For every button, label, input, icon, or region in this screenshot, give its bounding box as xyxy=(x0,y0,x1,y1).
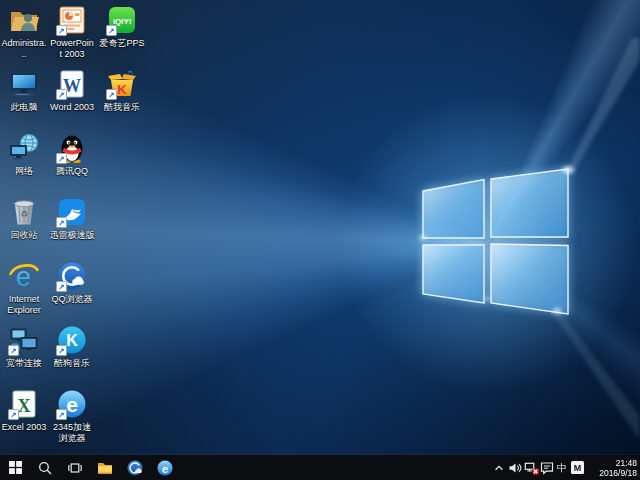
thunder-bird-icon: ↗ xyxy=(56,196,88,228)
desktop-icon-label: 迅雷极速版 xyxy=(50,230,95,241)
action-center-icon xyxy=(540,461,554,475)
task-view-button[interactable] xyxy=(60,455,90,480)
shortcut-arrow-icon: ↗ xyxy=(56,153,67,164)
desktop-icon-label: 宽带连接 xyxy=(6,358,42,369)
browser-2345-icon: e ↗ xyxy=(56,388,88,420)
hidden-icons-chevron[interactable] xyxy=(491,455,507,480)
network-error-icon xyxy=(524,461,539,475)
desktop-icon-label: Excel 2003 xyxy=(2,422,47,433)
desktop-icon-2345-browser[interactable]: e ↗ 2345加速浏览器 xyxy=(49,388,95,443)
chevron-up-icon xyxy=(493,462,505,474)
clock-time: 21:48 xyxy=(589,458,637,468)
desktop-icon-label: 网络 xyxy=(15,166,33,177)
broadband-connection-icon: ↗ xyxy=(8,324,40,356)
start-button[interactable] xyxy=(0,455,30,480)
shortcut-arrow-icon: ↗ xyxy=(56,217,67,228)
shortcut-arrow-icon: ↗ xyxy=(8,345,19,356)
desktop-icon-iqiyi-pps[interactable]: iQIYI ↗ 爱奇艺PPS xyxy=(99,4,145,49)
taskbar: e xyxy=(0,455,640,480)
network-disconnected-tray-icon[interactable] xyxy=(523,455,539,480)
windows-logo-wallpaper xyxy=(0,0,640,455)
shortcut-arrow-icon: ↗ xyxy=(8,409,19,420)
ie-logo-icon: e xyxy=(8,260,40,292)
desktop-icon-label: 腾讯QQ xyxy=(56,166,88,177)
desktop-icon-powerpoint-2003[interactable]: ↗ PowerPoint 2003 xyxy=(49,4,95,59)
shortcut-arrow-icon: ↗ xyxy=(56,345,67,356)
desktop-icon-excel-2003[interactable]: X ↗ Excel 2003 xyxy=(1,388,47,433)
desktop-icon-label: 酷狗音乐 xyxy=(54,358,90,369)
recycle-bin-icon: ♻ xyxy=(8,196,40,228)
svg-text:e: e xyxy=(162,461,169,475)
desktop-icon-this-pc[interactable]: 此电脑 xyxy=(1,68,47,113)
desktop-icon-qq-browser[interactable]: ↗ QQ浏览器 xyxy=(49,260,95,305)
system-tray: 中 M 21:48 2016/9/18 xyxy=(491,455,640,480)
desktop-icon-label: QQ浏览器 xyxy=(51,294,92,305)
shortcut-arrow-icon: ↗ xyxy=(56,25,67,36)
kuwo-music-icon: ♫ K ↗ xyxy=(106,68,138,100)
action-center-tray-icon[interactable] xyxy=(539,455,555,480)
input-language-indicator[interactable]: 中 xyxy=(555,461,569,475)
desktop-icon-label: Word 2003 xyxy=(50,102,94,113)
qq-browser-taskbar-button[interactable] xyxy=(120,455,150,480)
svg-text:e: e xyxy=(66,393,78,416)
search-icon xyxy=(38,461,52,475)
desktop-icon-word-2003[interactable]: W ↗ Word 2003 xyxy=(49,68,95,113)
desktop-icon-kuwo-music[interactable]: ♫ K ↗ 酷我音乐 xyxy=(99,68,145,113)
file-explorer-icon xyxy=(97,461,113,475)
this-pc-icon xyxy=(8,68,40,100)
windows-desktop: Administra... ↗ PowerPoint 2003 iQIYI ↗ xyxy=(0,0,640,480)
browser-2345-icon: e xyxy=(156,459,174,477)
desktop-icon-label: 2345加速浏览器 xyxy=(49,422,95,443)
desktop-icon-label: 酷我音乐 xyxy=(104,102,140,113)
desktop-icon-internet-explorer[interactable]: e Internet Explorer xyxy=(1,260,47,315)
excel-icon: X ↗ xyxy=(8,388,40,420)
2345-browser-taskbar-button[interactable]: e xyxy=(150,455,180,480)
ime-mode-badge[interactable]: M xyxy=(571,461,584,474)
desktop-wallpaper xyxy=(0,0,640,455)
file-explorer-button[interactable] xyxy=(90,455,120,480)
desktop-icon-kugou-music[interactable]: K ↗ 酷狗音乐 xyxy=(49,324,95,369)
clock-date: 2016/9/18 xyxy=(589,468,637,478)
desktop-icon-label: Administra... xyxy=(1,38,47,59)
kugou-music-icon: K ↗ xyxy=(56,324,88,356)
desktop-icon-thunder[interactable]: ↗ 迅雷极速版 xyxy=(49,196,95,241)
windows-logo-icon xyxy=(9,461,22,474)
desktop-icon-label: Internet Explorer xyxy=(1,294,47,315)
shortcut-arrow-icon: ↗ xyxy=(56,89,67,100)
shortcut-arrow-icon: ↗ xyxy=(106,89,117,100)
qq-penguin-icon: ↗ xyxy=(56,132,88,164)
shortcut-arrow-icon: ↗ xyxy=(56,281,67,292)
desktop-icon-tencent-qq[interactable]: ↗ 腾讯QQ xyxy=(49,132,95,177)
desktop-icon-broadband[interactable]: ↗ 宽带连接 xyxy=(1,324,47,369)
desktop-icon-label: PowerPoint 2003 xyxy=(49,38,95,59)
desktop-icon-administrator[interactable]: Administra... xyxy=(1,4,47,59)
powerpoint-icon: ↗ xyxy=(56,4,88,36)
taskbar-clock[interactable]: 21:48 2016/9/18 xyxy=(589,458,637,478)
desktop-icon-label: 爱奇艺PPS xyxy=(99,38,144,49)
qq-browser-icon xyxy=(126,459,144,477)
desktop-icon-recycle-bin[interactable]: ♻ 回收站 xyxy=(1,196,47,241)
word-icon: W ↗ xyxy=(56,68,88,100)
iqiyi-icon: iQIYI ↗ xyxy=(106,4,138,36)
svg-text:K: K xyxy=(117,82,127,97)
qq-browser-icon: ↗ xyxy=(56,260,88,292)
shortcut-arrow-icon: ↗ xyxy=(56,409,67,420)
network-globe-icon xyxy=(8,132,40,164)
task-view-icon xyxy=(68,461,82,475)
shortcut-arrow-icon: ↗ xyxy=(106,25,117,36)
desktop-icon-label: 回收站 xyxy=(11,230,38,241)
desktop-icon-label: 此电脑 xyxy=(11,102,38,113)
user-folder-icon xyxy=(8,4,40,36)
speaker-icon xyxy=(508,461,522,475)
svg-text:X: X xyxy=(18,396,31,416)
svg-text:♻: ♻ xyxy=(20,209,28,219)
volume-tray-icon[interactable] xyxy=(507,455,523,480)
desktop-icon-network[interactable]: 网络 xyxy=(1,132,47,177)
search-button[interactable] xyxy=(30,455,60,480)
svg-text:K: K xyxy=(66,332,78,349)
